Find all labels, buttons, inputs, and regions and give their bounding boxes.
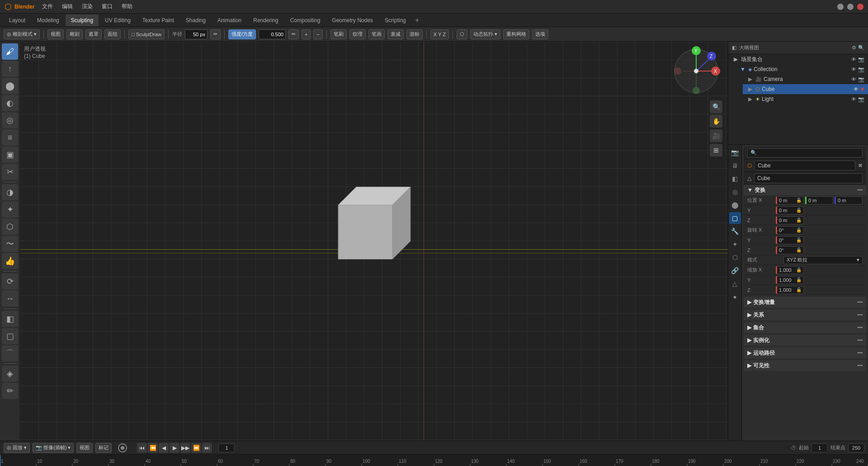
maximize-btn[interactable]: [847, 4, 854, 10]
delta-transform-header[interactable]: ▶ 变换增量 ⋯: [744, 297, 866, 308]
visibility-header[interactable]: ▶ 可见性 ⋯: [744, 360, 866, 371]
prop-view-layer[interactable]: ◧: [729, 173, 741, 185]
cam-render-icon[interactable]: 📷: [858, 76, 864, 82]
sculpt-menu[interactable]: 雕刻: [66, 29, 83, 39]
props-search[interactable]: 🔍: [747, 148, 863, 157]
prev-keyframe-btn[interactable]: ⏪: [148, 443, 158, 453]
prop-scene[interactable]: ◎: [729, 186, 741, 198]
tool-thumb[interactable]: 👍: [2, 253, 18, 269]
light-vis-icon[interactable]: 👁: [851, 96, 856, 102]
tab-uv-editing[interactable]: UV Editing: [99, 14, 136, 26]
pan-btn[interactable]: ✋: [710, 115, 722, 128]
radius-eyedrop[interactable]: ✏: [210, 29, 221, 39]
tab-sculpting[interactable]: Sculpting: [66, 14, 99, 26]
tool-smooth[interactable]: ◎: [2, 112, 18, 128]
instancing-header[interactable]: ▶ 实例化 ⋯: [744, 335, 866, 346]
transform-menu[interactable]: ⋯: [857, 187, 863, 193]
relations-menu[interactable]: ⋯: [857, 312, 863, 318]
tool-inflate[interactable]: ↑: [2, 61, 18, 77]
strength-label[interactable]: 强度/力度: [228, 29, 256, 39]
current-frame-display[interactable]: 1: [218, 443, 235, 452]
coll-render-icon[interactable]: 📷: [858, 67, 864, 72]
strength-input[interactable]: [259, 29, 286, 39]
play-btn[interactable]: ▶: [170, 443, 179, 453]
mask-menu[interactable]: 遮罩: [85, 29, 102, 39]
prev-frame-btn[interactable]: ◀: [159, 443, 169, 453]
rot-y-lock[interactable]: 🔓: [796, 238, 802, 243]
next-frame-btn[interactable]: ▶▶: [180, 443, 190, 453]
timeline-ruler[interactable]: 1 10 20 30 40 50 60 70 80 90 100 110 120: [0, 454, 868, 466]
tool-snake[interactable]: 〜: [2, 236, 18, 252]
prop-modifier[interactable]: 🔧: [729, 225, 741, 237]
stroke-menu[interactable]: 笔画: [368, 29, 385, 39]
zoom-in-btn[interactable]: 🔍: [710, 100, 722, 113]
tool-fill[interactable]: ▣: [2, 147, 18, 163]
motion-path-header[interactable]: ▶ 运动路径 ⋯: [744, 347, 866, 358]
motion-path-menu[interactable]: ⋯: [857, 350, 863, 356]
falloff-menu[interactable]: 衰减: [387, 29, 404, 39]
outliner-cube[interactable]: ▶ ⬡ Cube 👁 ✖: [743, 84, 868, 94]
scale-x-lock[interactable]: 🔓: [796, 267, 802, 272]
object-name-field[interactable]: Cube: [755, 161, 855, 171]
tool-box-mask[interactable]: ▢: [2, 328, 18, 344]
prop-constraints[interactable]: 🔗: [729, 265, 741, 276]
cursor-menu[interactable]: 游标: [406, 29, 423, 39]
dynamic-topo[interactable]: 动态拓扑 ▾: [470, 29, 500, 39]
tab-shading[interactable]: Shading: [180, 14, 211, 26]
scale-y-lock[interactable]: 🔓: [796, 277, 802, 282]
tool-scrape[interactable]: ✂: [2, 164, 18, 180]
collection-menu[interactable]: ⋯: [857, 324, 863, 331]
delta-menu[interactable]: ⋯: [857, 299, 863, 305]
tool-blob[interactable]: ⬤: [2, 78, 18, 94]
tool-annotate[interactable]: ✏: [2, 383, 18, 399]
tool-mask[interactable]: ◧: [2, 311, 18, 327]
timeline-view-menu[interactable]: 视图: [76, 443, 93, 453]
rot-z-field[interactable]: 0° 🔓: [776, 246, 804, 254]
menu-render[interactable]: 渲染: [80, 2, 94, 11]
tool-face-draw[interactable]: ◈: [2, 366, 18, 382]
loc-z2-field[interactable]: 0 m 🔓: [776, 216, 804, 224]
jump-end-btn[interactable]: ⏭: [202, 443, 212, 453]
texture-menu[interactable]: 纹理: [349, 29, 366, 39]
add-workspace-tab[interactable]: +: [412, 15, 422, 25]
prop-physics[interactable]: ⬡: [729, 252, 741, 263]
tool-flatten[interactable]: ≡: [2, 129, 18, 146]
tab-modeling[interactable]: Modeling: [32, 14, 65, 26]
tool-draw[interactable]: 🖌: [2, 43, 18, 60]
menu-window[interactable]: 窗口: [100, 2, 114, 11]
strength-pressure[interactable]: ✏: [288, 29, 299, 39]
tab-scripting[interactable]: Scripting: [379, 14, 411, 26]
loc-z-field[interactable]: 0 m: [835, 196, 863, 204]
cam-vis-icon[interactable]: 👁: [851, 76, 856, 82]
brush-name[interactable]: □ SculptDraw: [128, 29, 165, 39]
rot-x-lock[interactable]: 🔓: [796, 228, 802, 233]
tool-crease[interactable]: ◐: [2, 95, 18, 111]
ortho-btn[interactable]: ⊞: [710, 144, 722, 157]
instancing-menu[interactable]: ⋯: [857, 337, 863, 343]
tool-slide[interactable]: ↔: [2, 290, 18, 307]
scale-y-field[interactable]: 1.000 🔓: [776, 276, 804, 284]
jump-start-btn[interactable]: ⏮: [137, 443, 147, 453]
outliner-light[interactable]: ▶ ☀ Light 👁 📷: [743, 94, 868, 104]
strength-sub[interactable]: −: [313, 29, 322, 39]
render-icon[interactable]: 📷: [858, 57, 864, 62]
prop-object-data[interactable]: △: [729, 278, 741, 290]
timeline-mode[interactable]: ◎ 固放 ▾: [4, 443, 30, 453]
xyz-btn[interactable]: X Y Z: [430, 29, 449, 39]
view-menu[interactable]: 视图: [47, 29, 64, 39]
tool-rotate[interactable]: ⟳: [2, 273, 18, 290]
menu-edit[interactable]: 编辑: [60, 2, 75, 11]
timeline-mark-menu[interactable]: 标记: [95, 443, 112, 453]
collection-header[interactable]: ▶ 集合 ⋯: [744, 322, 866, 333]
loc-x-field[interactable]: 0 m 🔓: [776, 196, 804, 204]
playback-mode[interactable]: 📷 抠像(插帧) ▾: [33, 443, 74, 453]
loc-y2-lock[interactable]: 🔓: [796, 208, 802, 213]
outliner-camera[interactable]: ▶ 🎥 Camera 👁 📷: [743, 74, 868, 84]
start-frame[interactable]: 1: [811, 443, 828, 452]
prop-particles[interactable]: ✦: [729, 238, 741, 250]
tab-texture-paint[interactable]: Texture Paint: [137, 14, 179, 26]
loc-y-field[interactable]: 0 m: [805, 196, 833, 204]
rot-mode-field[interactable]: XYZ 欧拉 ▾: [783, 256, 863, 264]
coll-vis-icon[interactable]: 👁: [851, 67, 856, 72]
minimize-btn[interactable]: [837, 4, 844, 10]
